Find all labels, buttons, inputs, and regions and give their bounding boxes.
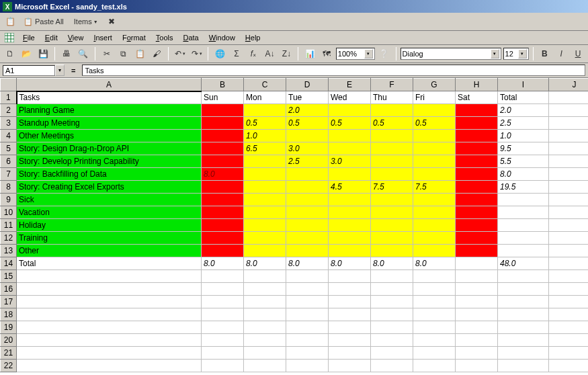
cell-F9[interactable] (371, 194, 413, 206)
cell-G19[interactable] (413, 321, 456, 334)
row-header[interactable]: 15 (1, 270, 17, 283)
row-header[interactable]: 1 (1, 91, 17, 104)
cell-E13[interactable] (329, 245, 371, 257)
cell-C20[interactable] (244, 334, 286, 347)
cell-A13[interactable]: Other (17, 245, 202, 257)
cell-B10[interactable] (202, 206, 244, 219)
cell-C19[interactable] (244, 321, 286, 334)
cell-J6[interactable] (549, 155, 589, 168)
items-dropdown[interactable]: Items▼ (70, 14, 102, 29)
cell-J8[interactable] (549, 181, 589, 194)
cell-J15[interactable] (549, 270, 589, 283)
cell-J4[interactable] (549, 130, 589, 142)
cell-I11[interactable] (498, 219, 549, 232)
cell-I12[interactable] (498, 232, 549, 245)
cell-I13[interactable] (498, 245, 549, 257)
cell-A18[interactable] (17, 308, 202, 321)
select-all-corner[interactable] (1, 79, 17, 91)
cell-C18[interactable] (244, 308, 286, 321)
cell-C22[interactable] (244, 360, 286, 372)
cell-C13[interactable] (244, 245, 286, 257)
cell-I5[interactable]: 9.5 (498, 142, 549, 155)
cell-J1[interactable] (549, 91, 589, 104)
cell-D19[interactable] (286, 321, 329, 334)
cut-icon[interactable]: ✂ (99, 46, 114, 61)
help-icon[interactable]: ❔ (377, 46, 392, 61)
col-header-D[interactable]: D (286, 79, 329, 91)
cell-J11[interactable] (549, 219, 589, 232)
cell-F10[interactable] (371, 206, 413, 219)
cell-D7[interactable] (286, 168, 329, 181)
cell-J9[interactable] (549, 194, 589, 206)
cell-I2[interactable]: 2.0 (498, 104, 549, 117)
cell-H9[interactable] (456, 194, 498, 206)
name-box[interactable]: A1 (3, 65, 55, 76)
cell-B13[interactable] (202, 245, 244, 257)
cell-H14[interactable] (456, 257, 498, 270)
cell-J20[interactable] (549, 334, 589, 347)
cell-E5[interactable] (329, 142, 371, 155)
cell-E4[interactable] (329, 130, 371, 142)
cell-G6[interactable] (413, 155, 456, 168)
menu-tools[interactable]: Tools (151, 32, 178, 43)
row-header[interactable]: 21 (1, 347, 17, 360)
menu-file[interactable]: File (18, 32, 40, 43)
cell-D22[interactable] (286, 360, 329, 372)
cell-A1[interactable]: Tasks (17, 91, 202, 104)
cell-H1[interactable]: Sat (456, 91, 498, 104)
cell-F18[interactable] (371, 308, 413, 321)
cell-J21[interactable] (549, 347, 589, 360)
menu-format[interactable]: Format (118, 32, 151, 43)
cell-G21[interactable] (413, 347, 456, 360)
cell-C2[interactable] (244, 104, 286, 117)
clear-clipboard-icon[interactable]: ✖ (104, 14, 119, 29)
cell-F16[interactable] (371, 283, 413, 296)
cell-A9[interactable]: Sick (17, 194, 202, 206)
cell-G10[interactable] (413, 206, 456, 219)
cell-B6[interactable] (202, 155, 244, 168)
cell-A19[interactable] (17, 321, 202, 334)
cell-D21[interactable] (286, 347, 329, 360)
cell-J17[interactable] (549, 296, 589, 308)
cell-H16[interactable] (456, 283, 498, 296)
cell-A21[interactable] (17, 347, 202, 360)
cell-F1[interactable]: Thu (371, 91, 413, 104)
font-name-select[interactable]: Dialog▾ (401, 48, 501, 60)
cell-E14[interactable]: 8.0 (329, 257, 371, 270)
cell-C5[interactable]: 6.5 (244, 142, 286, 155)
new-icon[interactable]: 🗋 (3, 46, 17, 61)
cell-I15[interactable] (498, 270, 549, 283)
font-size-select[interactable]: 12▾ (503, 48, 529, 60)
cell-G18[interactable] (413, 308, 456, 321)
menu-insert[interactable]: Insert (89, 32, 117, 43)
cell-G20[interactable] (413, 334, 456, 347)
cell-B15[interactable] (202, 270, 244, 283)
map-icon[interactable]: 🗺 (319, 46, 334, 61)
row-header[interactable]: 18 (1, 308, 17, 321)
cell-B21[interactable] (202, 347, 244, 360)
cell-D20[interactable] (286, 334, 329, 347)
cell-B3[interactable] (202, 117, 244, 130)
cell-H10[interactable] (456, 206, 498, 219)
cell-C17[interactable] (244, 296, 286, 308)
cell-F3[interactable]: 0.5 (371, 117, 413, 130)
cell-E20[interactable] (329, 334, 371, 347)
cell-D8[interactable] (286, 181, 329, 194)
cell-D15[interactable] (286, 270, 329, 283)
cell-B17[interactable] (202, 296, 244, 308)
cell-D18[interactable] (286, 308, 329, 321)
cell-D12[interactable] (286, 232, 329, 245)
cell-E15[interactable] (329, 270, 371, 283)
cell-E7[interactable] (329, 168, 371, 181)
paste-icon[interactable]: 📋 (3, 14, 17, 29)
cell-B5[interactable] (202, 142, 244, 155)
cell-A20[interactable] (17, 334, 202, 347)
cell-A5[interactable]: Story: Design Drag-n-Drop API (17, 142, 202, 155)
cell-B11[interactable] (202, 219, 244, 232)
cell-G15[interactable] (413, 270, 456, 283)
cell-E9[interactable] (329, 194, 371, 206)
cell-I10[interactable] (498, 206, 549, 219)
cell-E21[interactable] (329, 347, 371, 360)
sort-desc-icon[interactable]: Z↓ (279, 46, 294, 61)
cell-B7[interactable]: 8.0 (202, 168, 244, 181)
